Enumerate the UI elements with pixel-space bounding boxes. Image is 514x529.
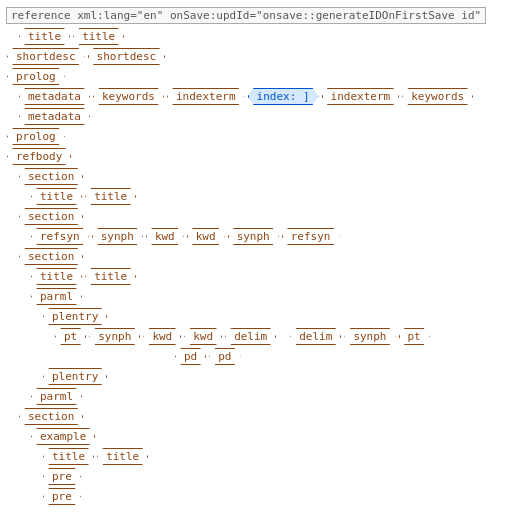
tag-delim-2[interactable]: delim: [290, 328, 341, 345]
tag-pt-1[interactable]: pt: [55, 328, 86, 345]
tag-pd-1[interactable]: pd: [175, 348, 206, 365]
tag-synph-2[interactable]: synph: [228, 228, 279, 245]
tag-delim-1[interactable]: delim: [225, 328, 276, 345]
tree-row-15b: pd pd: [174, 347, 508, 366]
tree-row-20: title title: [42, 447, 508, 466]
tag-index-selected[interactable]: index: ]: [248, 88, 319, 105]
tree-row-1: title title: [18, 27, 508, 46]
tag-title-2[interactable]: title: [73, 28, 124, 45]
tag-title-6[interactable]: title: [85, 268, 136, 285]
tag-indexterm-2[interactable]: indexterm: [322, 88, 400, 105]
tag-metadata-2[interactable]: metadata: [19, 108, 90, 125]
tree-row-21: pre: [42, 467, 508, 486]
tree-row-17: parml: [30, 387, 508, 406]
tree-row-14: plentry: [42, 307, 508, 326]
tag-indexterm-1[interactable]: indexterm: [167, 88, 245, 105]
tag-prolog-1[interactable]: prolog: [7, 68, 65, 85]
tree-row-4: metadata keywords indexterm index: ] ind…: [18, 87, 508, 126]
tree-row-13: parml: [30, 287, 508, 306]
tag-keywords-2[interactable]: keywords: [402, 88, 473, 105]
tag-refbody[interactable]: refbody: [7, 148, 71, 165]
tree-row-16: plentry: [42, 367, 508, 386]
tag-synph-1[interactable]: synph: [92, 228, 143, 245]
tag-metadata-1[interactable]: metadata: [19, 88, 90, 105]
tag-section-4[interactable]: section: [19, 408, 83, 425]
tag-plentry-1[interactable]: plentry: [43, 308, 107, 325]
tag-plentry-2[interactable]: plentry: [43, 368, 107, 385]
tag-section-3[interactable]: section: [19, 248, 83, 265]
tag-shortdesc-1[interactable]: shortdesc: [7, 48, 85, 65]
tag-kwd-1[interactable]: kwd: [146, 228, 184, 245]
tag-title-4[interactable]: title: [85, 188, 136, 205]
tag-section-2[interactable]: section: [19, 208, 83, 225]
header-attrs: reference xml:lang="en" onSave:updId="on…: [6, 7, 486, 24]
tag-parml-1[interactable]: parml: [31, 288, 82, 305]
tag-title-1[interactable]: title: [19, 28, 70, 45]
tag-kwd-4[interactable]: kwd: [184, 328, 222, 345]
tag-keywords-1[interactable]: keywords: [93, 88, 164, 105]
tag-refsyn-1[interactable]: refsyn: [31, 228, 89, 245]
tag-example[interactable]: example: [31, 428, 95, 445]
tag-synph-3[interactable]: synph: [89, 328, 140, 345]
tag-title-7[interactable]: title: [43, 448, 94, 465]
tag-pd-2[interactable]: pd: [209, 348, 240, 365]
tag-kwd-2[interactable]: kwd: [187, 228, 225, 245]
tag-prolog-2[interactable]: prolog: [7, 128, 65, 145]
tree-row-8: title title: [30, 187, 508, 206]
tree-row-10: refsyn synph kwd kwd synph refsyn: [30, 227, 508, 246]
tag-parml-2[interactable]: parml: [31, 388, 82, 405]
tree-row-19: example: [30, 427, 508, 446]
tag-refsyn-2[interactable]: refsyn: [282, 228, 340, 245]
tree-row-3: prolog: [6, 67, 508, 86]
tree-row-22: pre: [42, 487, 508, 506]
tag-synph-4[interactable]: synph: [344, 328, 395, 345]
tree-row-12: title title: [30, 267, 508, 286]
tag-pre-1[interactable]: pre: [43, 468, 81, 485]
tag-pre-2[interactable]: pre: [43, 488, 81, 505]
header-row: reference xml:lang="en" onSave:updId="on…: [6, 5, 508, 26]
tag-shortdesc-2[interactable]: shortdesc: [88, 48, 166, 65]
tag-kwd-3[interactable]: kwd: [143, 328, 181, 345]
tree-row-6: refbody: [6, 147, 508, 166]
tree-row-5: prolog: [6, 127, 508, 146]
tree-container: reference xml:lang="en" onSave:updId="on…: [0, 0, 514, 511]
tree-row-15: pt synph kwd kwd delim delim synph pt: [54, 327, 508, 346]
tag-title-8[interactable]: title: [97, 448, 148, 465]
tag-pt-2[interactable]: pt: [399, 328, 430, 345]
tree-row-7: section: [18, 167, 508, 186]
tag-title-5[interactable]: title: [31, 268, 82, 285]
tag-section-1[interactable]: section: [19, 168, 83, 185]
tree-row-11: section: [18, 247, 508, 266]
tree-row-2: shortdesc shortdesc: [6, 47, 508, 66]
tree-row-18: section: [18, 407, 508, 426]
tag-title-3[interactable]: title: [31, 188, 82, 205]
tree-row-9: section: [18, 207, 508, 226]
